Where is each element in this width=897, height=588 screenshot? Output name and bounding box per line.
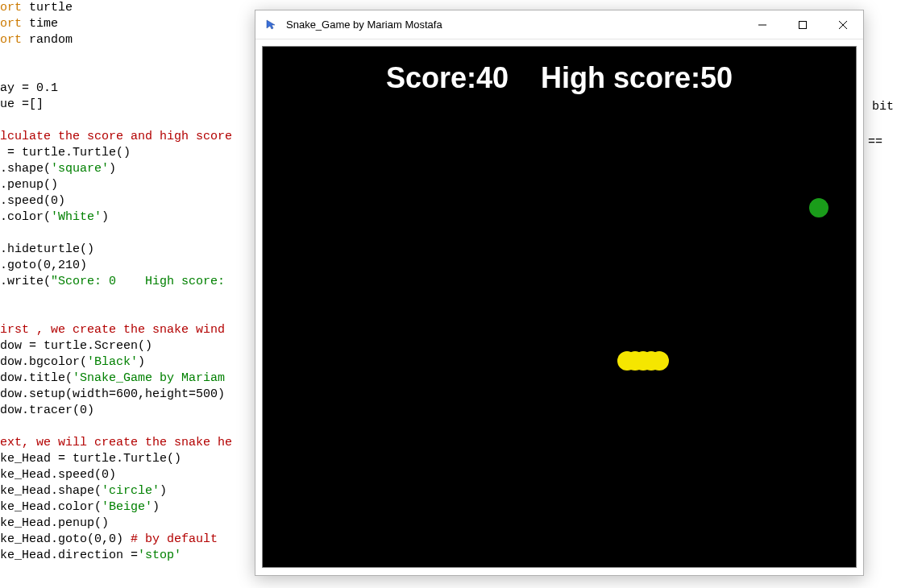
code-token: 0 <box>51 194 58 208</box>
game-canvas-container: Score:40High score:50 <box>255 39 863 574</box>
code-token: 0 <box>80 404 87 417</box>
code-token: 0.1 <box>36 81 58 95</box>
code-token: dow = turtle.Screen() <box>0 339 152 353</box>
code-token: 'square' <box>51 162 109 176</box>
score-display: Score:40High score:50 <box>263 61 856 95</box>
code-token: dow.bgcolor( <box>0 355 87 369</box>
code-token: 500 <box>196 387 218 401</box>
code-token: .shape( <box>0 162 51 176</box>
code-token: ke_Head.direction = <box>0 549 138 562</box>
code-token: ke_Head.shape( <box>0 484 102 498</box>
window-title: Snake_Game by Mariam Mostafa <box>286 19 742 31</box>
window-controls <box>742 10 863 39</box>
code-token: 'White' <box>51 210 102 224</box>
code-token: .write( <box>0 275 51 288</box>
highscore-value: 50 <box>700 61 733 94</box>
code-token: 'Black' <box>87 355 138 369</box>
code-token: 0 <box>102 468 109 482</box>
score-label: Score: <box>386 61 476 94</box>
code-token: 'circle' <box>102 484 160 498</box>
code-fragment: == <box>868 135 882 149</box>
code-token: random <box>22 33 73 47</box>
code-token: # by default <box>131 532 218 546</box>
code-token: ort <box>0 33 22 47</box>
snake-segment <box>650 351 669 371</box>
game-window[interactable]: Snake_Game by Mariam Mostafa Score:40Hig… <box>255 10 864 576</box>
code-token: .penup() <box>0 178 58 192</box>
code-token: ) <box>109 162 116 176</box>
code-token: .color( <box>0 210 51 224</box>
code-token: = turtle.Turtle() <box>0 146 131 159</box>
code-token: irst , we create the snake wind <box>0 323 225 337</box>
code-token: ke_Head.color( <box>0 500 102 514</box>
code-token: "Score: 0 High score: <box>51 275 225 288</box>
code-fragment: bit <box>872 100 894 114</box>
svg-rect-1 <box>799 21 807 28</box>
code-token: turtle <box>22 1 73 14</box>
code-token: .hideturtle() <box>0 242 94 256</box>
code-token: ) <box>116 532 131 546</box>
app-icon <box>264 18 278 32</box>
close-button[interactable] <box>823 10 863 39</box>
code-token: 210 <box>58 259 80 272</box>
code-token: lculate the score and high score <box>0 130 232 143</box>
minimize-button[interactable] <box>742 10 783 39</box>
code-token: 600 <box>116 387 138 401</box>
code-token: ke_Head = turtle.Turtle() <box>0 452 181 466</box>
code-token: , <box>51 259 58 272</box>
code-token: ) <box>58 194 65 208</box>
code-token: ) <box>102 210 109 224</box>
code-token: ,height= <box>138 387 196 401</box>
code-token: , <box>102 532 109 546</box>
code-token: ) <box>152 500 160 514</box>
titlebar[interactable]: Snake_Game by Mariam Mostafa <box>255 10 863 39</box>
code-token: ke_Head.speed( <box>0 468 102 482</box>
code-token: dow.setup(width= <box>0 387 116 401</box>
maximize-button[interactable] <box>783 10 823 39</box>
code-token: ort <box>0 17 22 31</box>
code-token: 'Beige' <box>102 500 152 514</box>
code-token: dow.tracer( <box>0 404 80 417</box>
code-token: ke_Head.penup() <box>0 516 109 530</box>
code-token: ) <box>218 387 225 401</box>
code-token: ext, we will create the snake he <box>0 436 232 449</box>
code-token: ) <box>80 259 87 272</box>
code-token: time <box>22 17 58 31</box>
code-token: ue =[] <box>0 97 44 111</box>
code-token: 0 <box>94 532 102 546</box>
code-token: dow.title( <box>0 371 73 385</box>
code-token: .goto( <box>0 259 44 272</box>
code-token: ay = <box>0 81 36 95</box>
code-token: 0 <box>109 532 116 546</box>
score-value: 40 <box>476 61 509 94</box>
code-token: ) <box>87 404 94 417</box>
code-token: 0 <box>44 259 51 272</box>
code-token: 'stop' <box>138 549 181 562</box>
code-token: ) <box>160 484 167 498</box>
code-token: ke_Head.goto( <box>0 532 94 546</box>
code-token: ) <box>109 468 116 482</box>
code-token: ort <box>0 1 22 14</box>
highscore-label: High score: <box>541 61 700 94</box>
code-token: ) <box>138 355 145 369</box>
code-token: 'Snake_Game by Mariam <box>73 371 225 385</box>
food <box>809 198 828 217</box>
code-token: .speed( <box>0 194 51 208</box>
game-canvas[interactable]: Score:40High score:50 <box>262 46 857 568</box>
